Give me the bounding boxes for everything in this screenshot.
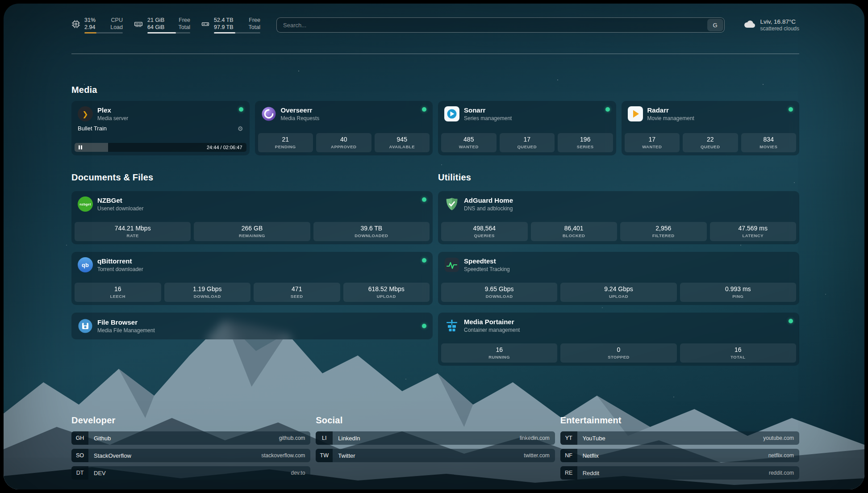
bookmark-abbr: RE: [560, 466, 577, 480]
status-dot: [422, 324, 426, 328]
service-description: Media server: [97, 115, 128, 121]
bookmark-twitter[interactable]: TW Twitter twitter.com: [316, 449, 555, 462]
bookmark-url: twitter.com: [524, 452, 549, 459]
bookmark-abbr: DT: [71, 466, 88, 480]
card-qbittorrent[interactable]: qb qBittorrent Torrent downloader 16LEEC…: [71, 252, 433, 305]
service-name: Speedtest: [464, 257, 510, 265]
stat-block: 0STOPPED: [560, 343, 676, 363]
memory-total: 64 GiB: [147, 24, 164, 31]
bookmark-linkedin[interactable]: LI LinkedIn linkedin.com: [316, 431, 555, 445]
stat-block: 17WANTED: [625, 133, 680, 153]
service-description: Container management: [464, 327, 520, 333]
service-name: Overseerr: [281, 106, 320, 114]
bookmark-name: DEV: [94, 470, 106, 476]
stat-block: 9.24 GbpsUPLOAD: [560, 283, 676, 302]
service-name: qBittorrent: [97, 257, 143, 265]
stat-block: 945AVAILABLE: [375, 133, 430, 153]
card-sonarr[interactable]: Sonarr Series management 485WANTED 17QUE…: [438, 101, 616, 155]
background-stars: [4, 4, 4, 4]
disk-bar: [214, 32, 260, 33]
bookmark-abbr: LI: [316, 431, 333, 445]
section-title-developer: Developer: [71, 415, 310, 426]
playback-progress-bar: 24:44 / 02:06:47: [75, 143, 246, 152]
radarr-icon: [628, 106, 643, 121]
service-description: Speedtest Tracking: [464, 266, 510, 272]
search-bar: G: [276, 17, 725, 33]
stat-block: 9.65 GbpsDOWNLOAD: [441, 283, 557, 302]
plex-icon: ❯: [78, 106, 93, 121]
bookmark-url: dev.to: [291, 470, 305, 476]
bookmarks-entertainment: Entertainment YT YouTube youtube.com NF …: [560, 415, 799, 484]
stat-block: 16LEECH: [75, 283, 161, 302]
card-radarr[interactable]: Radarr Movie management 17WANTED 22QUEUE…: [622, 101, 800, 155]
stat-block: 485WANTED: [441, 133, 497, 153]
bookmark-netflix[interactable]: NF Netflix netflix.com: [560, 449, 799, 462]
service-name: NZBGet: [97, 196, 143, 205]
pause-icon: [79, 146, 80, 150]
disk-total-label: Total: [249, 24, 260, 31]
cpu-load: 2.94: [84, 24, 95, 31]
disk-widget: 52.4 TBFree 97.9 TBTotal: [201, 17, 260, 34]
status-dot: [605, 107, 610, 112]
service-description: DNS and adblocking: [464, 205, 513, 212]
bookmark-name: Twitter: [338, 452, 355, 459]
dashboard-screen: 31%CPU 2.94Load 21 GiBFree 64 GiBTotal: [4, 4, 864, 489]
cloud-icon: [743, 19, 756, 31]
stat-block: 266 GBREMAINING: [194, 222, 310, 242]
status-dot: [789, 107, 793, 112]
search-input[interactable]: [276, 17, 725, 33]
bookmark-abbr: TW: [316, 449, 333, 462]
disk-icon: [201, 20, 210, 30]
bookmark-abbr: SO: [71, 449, 88, 462]
stat-block: 196SERIES: [558, 133, 613, 153]
bookmark-abbr: NF: [560, 449, 577, 462]
service-description: Media File Management: [97, 327, 155, 334]
status-dot: [789, 319, 793, 323]
memory-widget: 21 GiBFree 64 GiBTotal: [134, 17, 190, 34]
bookmark-name: Netflix: [583, 452, 599, 459]
weather-condition: scattered clouds: [760, 25, 799, 32]
cpu-label: CPU: [111, 17, 123, 24]
portainer-icon: [444, 318, 459, 333]
memory-free: 21 GiB: [147, 17, 164, 24]
card-plex[interactable]: ❯ Plex Media server Bullet Train ⚙ 24:44…: [71, 101, 250, 155]
filebrowser-icon: [78, 318, 93, 334]
search-provider-button[interactable]: G: [707, 19, 723, 31]
memory-bar: [147, 32, 190, 33]
bookmark-reddit[interactable]: RE Reddit reddit.com: [560, 466, 799, 480]
card-overseerr[interactable]: Overseerr Media Requests 21PENDING 40APP…: [255, 101, 433, 155]
card-filebrowser[interactable]: File Browser Media File Management: [71, 313, 433, 339]
service-description: Movie management: [647, 115, 694, 121]
cpu-percent: 31%: [84, 17, 96, 24]
bookmark-name: Github: [94, 435, 111, 442]
stat-block: 471SEED: [254, 283, 340, 302]
service-name: Media Portainer: [464, 318, 520, 326]
bookmark-youtube[interactable]: YT YouTube youtube.com: [560, 431, 799, 445]
status-dot: [422, 258, 426, 263]
overseerr-icon: [261, 106, 276, 121]
playback-time: 24:44 / 02:06:47: [207, 145, 242, 150]
stat-block: 22QUEUED: [683, 133, 738, 153]
settings-gear-icon[interactable]: ⚙: [238, 125, 243, 132]
card-speedtest[interactable]: Speedtest Speedtest Tracking 9.65 GbpsDO…: [438, 252, 799, 305]
card-portainer[interactable]: Media Portainer Container management 16R…: [438, 313, 799, 366]
service-description: Usenet downloader: [97, 205, 143, 212]
bookmark-github[interactable]: GH Github github.com: [71, 431, 310, 445]
resource-widgets: 31%CPU 2.94Load 21 GiBFree 64 GiBTotal: [71, 17, 260, 34]
bookmark-stackoverflow[interactable]: SO StackOverflow stackoverflow.com: [71, 449, 310, 462]
card-adguard[interactable]: AdGuard Home DNS and adblocking 498,564Q…: [438, 191, 799, 244]
bookmark-name: Reddit: [583, 470, 600, 476]
stat-block: 1.19 GbpsDOWNLOAD: [164, 283, 251, 302]
bookmarks-developer: Developer GH Github github.com SO StackO…: [71, 415, 310, 484]
status-dot: [422, 107, 426, 112]
stat-block: 21PENDING: [258, 133, 313, 153]
card-nzbget[interactable]: nzbget NZBGet Usenet downloader 744.21 M…: [71, 191, 433, 244]
bookmark-abbr: YT: [560, 431, 577, 445]
status-dot: [422, 197, 426, 202]
bookmark-url: github.com: [279, 435, 305, 441]
bookmark-url: reddit.com: [769, 470, 794, 476]
section-utilities: Utilities AdGuard Home DNS and adblockin…: [438, 172, 799, 373]
stat-block: 498,564QUERIES: [441, 222, 528, 242]
bookmark-dev[interactable]: DT DEV dev.to: [71, 466, 310, 480]
stat-block: 86,401BLOCKED: [531, 222, 618, 242]
